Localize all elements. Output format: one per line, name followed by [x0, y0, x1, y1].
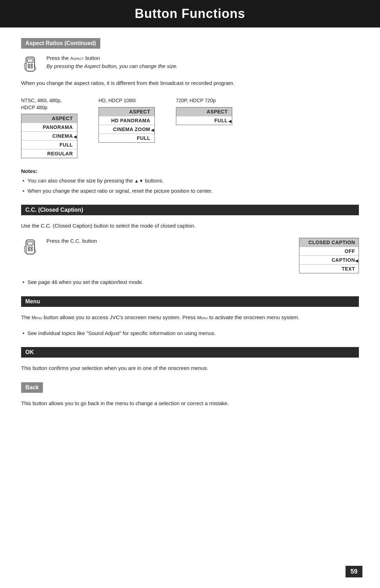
aspect-ratios-header: Aspect Ratios (Continued): [21, 38, 100, 49]
svg-point-5: [31, 67, 33, 68]
aspect-table-1-row-0: ASPECT: [21, 114, 77, 123]
svg-point-8: [28, 247, 30, 249]
back-para: This button allows you to go back in the…: [21, 399, 359, 408]
ok-para: This button confirms your selection when…: [21, 364, 359, 372]
remote-icon: [21, 56, 39, 74]
cc-table-row-1: OFF: [299, 247, 359, 256]
aspect-table-3-row-0: ASPECT: [176, 107, 232, 116]
svg-rect-7: [27, 242, 33, 245]
svg-point-11: [31, 249, 33, 251]
svg-point-3: [31, 64, 33, 66]
aspect-col-2: HD, HDCP 1080i ASPECT HD PANORAMA CINEMA…: [99, 97, 155, 143]
aspect-table-2-row-0: ASPECT: [99, 107, 154, 116]
aspect-press-text: Press the Aspect button By pressing the …: [46, 55, 178, 69]
cc-press-text: Press the C.C. button: [46, 238, 292, 244]
aspect-tables-section: NTSC, 480i, 480p,HDCP 480p ASPECT PANORA…: [21, 97, 359, 158]
aspect-table-1-row-3: FULL: [21, 141, 77, 149]
menu-section: Menu The Menu button allows you to acces…: [21, 296, 359, 338]
aspect-table-2: ASPECT HD PANORAMA CINEMA ZOOM◀ FULL: [99, 107, 155, 143]
aspect-italic-note: By pressing the Aspect button, you can c…: [46, 63, 178, 69]
aspect-col-1-label: NTSC, 480i, 480p,HDCP 480p: [21, 97, 62, 111]
aspect-col-3: 720P, HDCP 720p ASPECT FULL◀: [176, 97, 232, 125]
aspect-ratios-section: Aspect Ratios (Continued) Press the Aspe…: [21, 38, 359, 195]
cursor-mark-cc: ◀: [355, 259, 358, 263]
cc-see-note: See page 46 when you set the caption/tex…: [21, 278, 359, 286]
aspect-table-1-row-2: CINEMA◀: [21, 132, 77, 141]
aspect-table-1: ASPECT PANORAMA CINEMA◀ FULL REGULAR: [21, 114, 77, 158]
menu-para1: The Menu button allows you to access JVC…: [21, 313, 359, 322]
aspect-table-3: ASPECT FULL◀: [176, 107, 232, 125]
aspect-table-3-row-1: FULL◀: [176, 116, 232, 125]
cc-section: C.C. (Closed Caption) Use the C.C. (Clos…: [21, 205, 359, 286]
cc-table-row-0: CLOSED CAPTION: [299, 238, 359, 247]
ok-section-header: OK: [21, 347, 359, 358]
page-content: Aspect Ratios (Continued) Press the Aspe…: [0, 38, 380, 439]
page-title: Button Functions: [14, 6, 366, 21]
svg-point-9: [31, 247, 33, 249]
svg-point-10: [28, 249, 30, 251]
cursor-mark-3: ◀: [228, 119, 232, 124]
remote-icon-2: [21, 239, 39, 257]
aspect-table-1-row-4: REGULAR: [21, 149, 77, 158]
cc-info-para: Use the C.C. (Closed Caption) button to …: [21, 222, 359, 230]
page-header: Button Functions: [0, 0, 380, 27]
menu-small-caps-2: Menu: [197, 315, 208, 320]
arrows-icon: ▲▼: [134, 178, 144, 185]
page-number: 59: [346, 566, 362, 577]
menu-section-header: Menu: [21, 296, 359, 307]
notes-title: Notes:: [21, 168, 359, 174]
aspect-press-row: Press the Aspect button By pressing the …: [21, 55, 359, 74]
cc-table-row-2: CAPTION◀: [299, 256, 359, 265]
aspect-press-instruction: Press the Aspect button: [46, 55, 100, 61]
cursor-mark: ◀: [74, 135, 77, 139]
cc-table: CLOSED CAPTION OFF CAPTION◀ TEXT: [299, 238, 359, 273]
svg-point-2: [28, 64, 30, 66]
svg-rect-1: [27, 59, 33, 62]
notes-list: You can also choose the size by pressing…: [21, 177, 359, 195]
menu-small-caps: Menu: [32, 315, 42, 320]
cc-section-header: C.C. (Closed Caption): [21, 205, 359, 215]
aspect-table-2-row-2: CINEMA ZOOM◀: [99, 125, 154, 134]
cc-table-row-3: TEXT: [299, 265, 359, 273]
aspect-table-2-row-3: FULL: [99, 134, 154, 142]
aspect-table-1-row-1: PANORAMA: [21, 123, 77, 132]
aspect-small-caps: Aspect: [70, 56, 84, 61]
note-item-1: You can also choose the size by pressing…: [21, 177, 359, 185]
ok-section: OK This button confirms your selection w…: [21, 347, 359, 372]
back-section-header: Back: [21, 382, 43, 393]
cc-press-instruction: Press the C.C. button: [46, 238, 97, 244]
cursor-mark-2: ◀: [151, 128, 154, 132]
back-section: Back This button allows you to go back i…: [21, 382, 359, 408]
aspect-info-para: When you change the aspect ratios, it is…: [21, 79, 359, 87]
aspect-col-3-label: 720P, HDCP 720p: [176, 97, 216, 104]
aspect-col-2-label: HD, HDCP 1080i: [99, 97, 136, 104]
aspect-table-2-row-1: HD PANORAMA: [99, 116, 154, 125]
svg-point-4: [28, 67, 30, 68]
aspect-col-1: NTSC, 480i, 480p,HDCP 480p ASPECT PANORA…: [21, 97, 77, 158]
notes-section: Notes: You can also choose the size by p…: [21, 168, 359, 195]
note-item-2: When you change the aspect ratio or sign…: [21, 187, 359, 195]
menu-bullet: See individual topics like "Sound Adjust…: [21, 329, 359, 338]
